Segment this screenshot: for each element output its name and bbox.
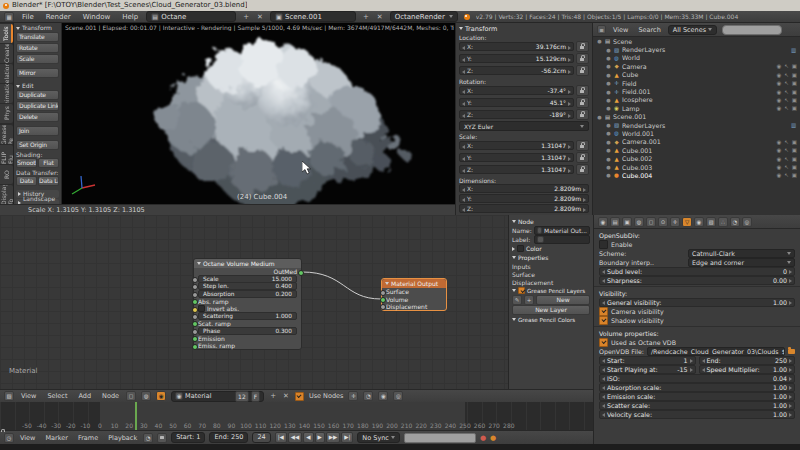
expand-dot-icon[interactable]: ● (606, 47, 611, 53)
prev-keyframe-button[interactable]: ◀◀ (288, 432, 302, 443)
properties-tab-constraints[interactable]: ⊙ (658, 217, 668, 227)
rotate-button[interactable]: Rotate (16, 43, 59, 53)
properties-tab-octane[interactable]: ◎ (742, 217, 752, 227)
outliner-scope-dropdown[interactable]: All Scenes (668, 25, 717, 35)
scale-z-field[interactable]: Z:1.31047 (459, 165, 574, 174)
selectable-icon[interactable]: ↖ (784, 172, 789, 178)
lock-icon[interactable] (576, 65, 589, 76)
timeline-menu-marker[interactable]: Marker (43, 434, 69, 442)
scheme-dropdown[interactable]: Catmull-Clark (688, 249, 795, 258)
shader-type-object-icon[interactable]: ◻ (126, 391, 136, 401)
properties-panel-header[interactable]: Properties (512, 253, 590, 262)
iso-field[interactable]: ISO:0.04 (599, 374, 795, 383)
outliner-search-field[interactable] (722, 25, 782, 35)
subdlevel-field[interactable]: Subd level:0 (599, 267, 795, 276)
toolshelf-tab-tools[interactable]: Tools (0, 24, 13, 43)
lock-icon[interactable] (157, 433, 167, 443)
expand-dot-icon[interactable]: ● (606, 80, 611, 86)
renderable-icon[interactable]: ▣ (792, 156, 797, 162)
outliner-menu-search[interactable]: Search (636, 26, 662, 34)
node-panel-header[interactable]: Node (512, 217, 590, 226)
material-output-node[interactable]: Material Output Surface Volume Displacem… (381, 278, 447, 311)
scale-x-field[interactable]: X:1.31047 (459, 141, 574, 150)
grease-pencil-colors-header[interactable]: Grease Pencil Colors (512, 315, 590, 324)
lock-icon[interactable] (576, 41, 589, 52)
velocityscale-field[interactable]: Velocity scale:1.00 (599, 410, 795, 419)
node-menu-node[interactable]: Node (100, 392, 121, 400)
transform-panel-header[interactable]: Transform (459, 24, 589, 33)
node-header[interactable]: Octane Volume Medium (194, 259, 301, 268)
outliner-menu-view[interactable]: View (611, 26, 630, 34)
fake-user-button[interactable]: F (251, 391, 260, 402)
toolshelf-tab-relations[interactable]: Relations (0, 64, 13, 83)
duplicate-button[interactable]: Duplicate (16, 90, 59, 100)
material-unlink-button[interactable]: ✕ (282, 392, 290, 400)
material-add-button[interactable]: + (269, 392, 277, 400)
dimensions-z-field[interactable]: Z:2.8209m (459, 204, 589, 213)
keying-set-field[interactable] (404, 433, 476, 443)
scale-y-field[interactable]: Y:1.31047 (459, 153, 574, 162)
visibility-eye-icon[interactable]: ◉ (776, 72, 781, 78)
material-datablock-field[interactable]: ◉ Material 12 F (171, 391, 264, 402)
frame-start-field[interactable]: Start: 1 (171, 432, 205, 443)
outliner-row-cube-004[interactable]: ●●Cube.004◉↖▣ (593, 171, 800, 179)
expand-dot-icon[interactable]: ● (606, 89, 611, 95)
renderable-icon[interactable]: ▣ (792, 63, 797, 69)
smooth-button[interactable]: Smooth (16, 158, 37, 168)
lock-icon[interactable] (576, 85, 589, 96)
camera-visibility-checkbox[interactable] (599, 307, 608, 316)
flat-button[interactable]: Flat (38, 158, 59, 168)
visibility-eye-icon[interactable]: ◉ (776, 63, 781, 69)
color-checkbox[interactable] (517, 245, 524, 252)
set-origin-button[interactable]: Set Origin (16, 140, 59, 150)
properties-tab-world[interactable]: ◍ (634, 217, 644, 227)
join-button[interactable]: Join (16, 126, 59, 136)
lock-icon[interactable] (576, 152, 589, 163)
node-input-displacement[interactable]: Displacement (382, 303, 446, 310)
mirror-button[interactable]: Mirror (16, 68, 59, 78)
outliner-row-world[interactable]: ●◍World (593, 54, 800, 62)
outliner-row-lamp[interactable]: ●◉Lamp◉↖▣ (593, 104, 800, 112)
outliner-row-renderlayers[interactable]: ●▨RenderLayers▥ (593, 45, 800, 53)
node-editor-canvas[interactable]: Octane Volume Medium OutMedScale15.000St… (0, 215, 508, 389)
keying-icon[interactable]: ● (490, 434, 496, 442)
pin-icon[interactable]: ✛ (348, 391, 358, 401)
3d-viewport[interactable]: Scene.001 | Elapsed: 00:01.07 | Interact… (62, 23, 455, 204)
rotation-y-field[interactable]: Y:45.1° (459, 98, 574, 107)
selectable-icon[interactable]: ↖ (784, 72, 789, 78)
enable-checkbox[interactable] (599, 240, 608, 249)
selectable-icon[interactable]: ↖ (784, 63, 789, 69)
scatterscale-field[interactable]: Scatter scale:1.00 (599, 401, 795, 410)
rotation-z-field[interactable]: Z:-189° (459, 110, 574, 119)
rotation-mode-dropdown[interactable]: XYZ Euler (459, 121, 589, 131)
toolshelf-tab-ro[interactable]: RO (0, 165, 13, 184)
renderable-icon[interactable]: ▣ (792, 80, 797, 86)
new-layer-button[interactable]: New Layer (512, 305, 590, 315)
properties-tab-material[interactable]: ◉ (694, 217, 704, 227)
renderable-icon[interactable]: ▣ (792, 172, 797, 178)
rotation-x-field[interactable]: X:-37.4° (459, 86, 574, 95)
expand-dot-icon[interactable]: ● (606, 97, 611, 103)
properties-tab-physics[interactable]: ◔ (730, 217, 740, 227)
expand-dot-icon[interactable]: ● (606, 122, 611, 128)
outliner-row-scene[interactable]: ●▤Scene (593, 37, 800, 45)
next-keyframe-button[interactable]: ▶▶ (326, 432, 340, 443)
expand-dot-icon[interactable]: ● (606, 72, 611, 78)
use-nodes-checkbox[interactable] (295, 392, 304, 401)
outliner-row-icosphere[interactable]: ●▲Icosphere◉↖▣ (593, 96, 800, 104)
panel-header-transform[interactable]: Transform (16, 24, 59, 32)
toolshelf-tab-flip-flu[interactable]: FLIP Flu (0, 145, 13, 164)
visibility-eye-icon[interactable]: ◉ (776, 156, 781, 162)
outliner-row-cube[interactable]: ●▲Cube◉↖▣ (593, 71, 800, 79)
properties-tab-render-layers[interactable]: ▤ (610, 217, 620, 227)
add-icon[interactable]: + (524, 295, 534, 305)
current-frame-field[interactable]: 24 (252, 432, 270, 443)
expand-dot-icon[interactable]: ● (606, 130, 611, 136)
outliner-row-cube-001[interactable]: ●▲Cube.001◉↖▣ (593, 146, 800, 154)
selectable-icon[interactable]: ↖ (784, 89, 789, 95)
menu-help[interactable]: Help (120, 13, 140, 21)
color-panel-header[interactable]: Color (512, 244, 590, 253)
scale-button[interactable]: Scale (16, 54, 59, 64)
generalvisibility-field[interactable]: General visibility:1.00 (599, 298, 795, 307)
lock-icon[interactable] (576, 140, 589, 151)
